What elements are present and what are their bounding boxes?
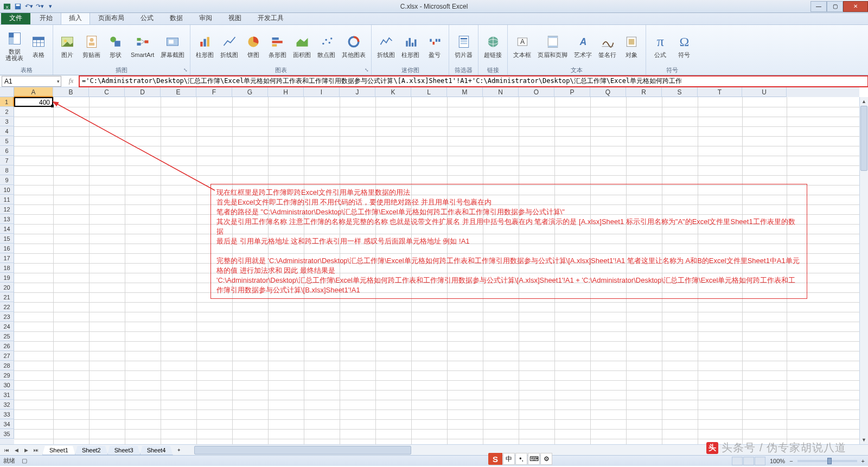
column-header[interactable]: S <box>662 87 698 97</box>
new-sheet-icon[interactable]: ✦ <box>175 446 183 455</box>
row-header[interactable]: 12 <box>0 204 14 214</box>
tab-pagelayout[interactable]: 页面布局 <box>90 11 132 24</box>
row-header[interactable]: 4 <box>0 126 14 136</box>
line-chart-button[interactable]: 折线图 <box>218 32 240 59</box>
row-header[interactable]: 1 <box>0 97 14 107</box>
column-header[interactable]: B <box>53 87 89 97</box>
hyperlink-button[interactable]: 超链接 <box>482 32 504 59</box>
sheet-first-icon[interactable]: ⏮ <box>2 446 11 455</box>
row-header[interactable]: 24 <box>0 322 14 331</box>
column-header[interactable]: N <box>483 87 519 97</box>
wordart-button[interactable]: A艺术字 <box>572 32 594 59</box>
column-header[interactable]: Q <box>590 87 626 97</box>
row-header[interactable]: 7 <box>0 156 14 165</box>
column-headers[interactable]: ABCDEFGHIJKLMNOPQRSTU <box>14 87 859 97</box>
sparkline-winloss-button[interactable]: 盈亏 <box>424 32 445 59</box>
tab-insert[interactable]: 插入 <box>61 11 90 24</box>
column-header[interactable]: U <box>742 87 787 97</box>
column-header[interactable]: I <box>304 87 340 97</box>
row-header[interactable]: 21 <box>0 292 14 302</box>
select-all-corner[interactable] <box>0 87 14 97</box>
area-chart-button[interactable]: 面积图 <box>291 32 313 59</box>
shapes-button[interactable]: 形状 <box>105 32 126 59</box>
sheet-last-icon[interactable]: ⏭ <box>31 446 40 455</box>
column-header[interactable]: J <box>340 87 375 97</box>
column-header[interactable]: T <box>698 87 742 97</box>
sheet-next-icon[interactable]: ▶ <box>22 446 30 455</box>
launcher-icon[interactable]: ⤡ <box>363 67 370 74</box>
row-header[interactable]: 26 <box>0 341 14 351</box>
row-header[interactable]: 35 <box>0 429 14 439</box>
equation-button[interactable]: π公式 <box>649 32 671 59</box>
zoom-out-icon[interactable]: − <box>789 458 793 464</box>
row-header[interactable]: 16 <box>0 244 14 253</box>
minimize-button[interactable]: — <box>810 1 827 12</box>
column-header[interactable]: H <box>268 87 304 97</box>
column-chart-button[interactable]: 柱形图 <box>194 32 216 59</box>
row-header[interactable]: 9 <box>0 175 14 185</box>
header-footer-button[interactable]: 页眉和页脚 <box>535 32 570 59</box>
undo-icon[interactable]: ↶▾ <box>24 2 34 11</box>
maximize-button[interactable]: ▢ <box>827 1 843 12</box>
row-header[interactable]: 34 <box>0 419 14 429</box>
row-header[interactable]: 28 <box>0 361 14 370</box>
column-header[interactable]: R <box>626 87 662 97</box>
column-header[interactable]: P <box>554 87 590 97</box>
redo-icon[interactable]: ↷▾ <box>35 2 44 11</box>
row-header[interactable]: 18 <box>0 263 14 273</box>
row-header[interactable]: 2 <box>0 107 14 117</box>
tab-file[interactable]: 文件 <box>1 11 30 24</box>
sheet-tab[interactable]: Sheet1 <box>42 446 75 455</box>
row-header[interactable]: 14 <box>0 224 14 234</box>
bar-chart-button[interactable]: 条形图 <box>266 32 289 59</box>
row-header[interactable]: 8 <box>0 165 14 175</box>
row-header[interactable]: 6 <box>0 146 14 156</box>
name-box[interactable]: A1▾ <box>2 76 61 87</box>
picture-button[interactable]: 图片 <box>56 32 78 59</box>
formula-input[interactable] <box>79 76 868 87</box>
column-header[interactable]: L <box>411 87 447 97</box>
sparkline-line-button[interactable]: 折线图 <box>375 32 397 59</box>
row-header[interactable]: 11 <box>0 195 14 204</box>
selected-cell-a1[interactable]: 400 <box>14 97 53 107</box>
scroll-thumb[interactable] <box>860 106 867 171</box>
clipart-button[interactable]: 剪贴画 <box>80 32 103 59</box>
smartart-button[interactable]: SmartArt <box>129 32 156 59</box>
row-header[interactable]: 31 <box>0 390 14 400</box>
column-header[interactable]: M <box>447 87 483 97</box>
scroll-up-icon[interactable]: ▲ <box>860 97 868 106</box>
pie-chart-button[interactable]: 饼图 <box>242 32 264 59</box>
row-header[interactable]: 20 <box>0 283 14 292</box>
column-header[interactable]: K <box>375 87 411 97</box>
column-header[interactable]: E <box>161 87 196 97</box>
row-header[interactable]: 13 <box>0 214 14 224</box>
screenshot-button[interactable]: 屏幕截图 <box>158 32 187 59</box>
tab-review[interactable]: 审阅 <box>191 11 220 24</box>
other-charts-button[interactable]: 其他图表 <box>340 32 368 59</box>
row-header[interactable]: 17 <box>0 253 14 263</box>
row-header[interactable]: 22 <box>0 302 14 312</box>
scroll-down-icon[interactable]: ▼ <box>860 436 868 444</box>
row-header[interactable]: 3 <box>0 117 14 126</box>
column-header[interactable]: C <box>89 87 125 97</box>
close-button[interactable]: ✕ <box>843 1 868 12</box>
scatter-chart-button[interactable]: 散点图 <box>315 32 337 59</box>
column-header[interactable]: D <box>125 87 161 97</box>
symbol-button[interactable]: Ω符号 <box>673 32 695 59</box>
textbox-button[interactable]: A文本框 <box>511 32 533 59</box>
zoom-in-icon[interactable]: + <box>861 458 865 464</box>
table-button[interactable]: 表格 <box>28 32 49 59</box>
sparkline-column-button[interactable]: 柱形图 <box>399 32 422 59</box>
row-header[interactable]: 5 <box>0 136 14 146</box>
view-normal-button[interactable] <box>732 457 743 465</box>
row-header[interactable]: 32 <box>0 400 14 410</box>
sheet-tab[interactable]: Sheet2 <box>75 446 108 455</box>
qat-dropdown-icon[interactable]: ▾ <box>46 2 55 11</box>
row-header[interactable]: 10 <box>0 185 14 195</box>
row-header[interactable]: 19 <box>0 273 14 283</box>
tab-formulas[interactable]: 公式 <box>132 11 162 24</box>
view-pagebreak-button[interactable] <box>755 457 765 465</box>
slicer-button[interactable]: 切片器 <box>452 32 475 59</box>
hscroll-thumb[interactable] <box>194 446 411 455</box>
status-record-icon[interactable]: ▢ <box>22 457 27 464</box>
